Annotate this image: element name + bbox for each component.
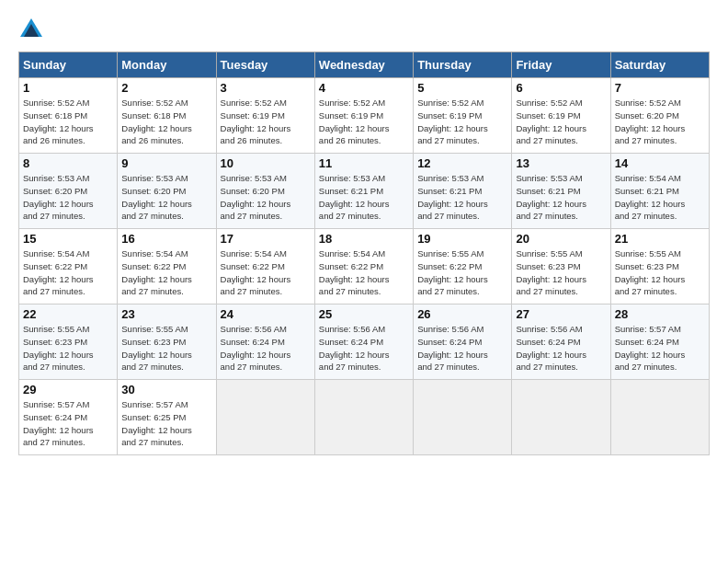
day-info: Sunrise: 5:53 AMSunset: 6:21 PMDaylight:… bbox=[417, 172, 507, 223]
calendar-week-row: 29Sunrise: 5:57 AMSunset: 6:24 PMDayligh… bbox=[19, 380, 710, 455]
day-number: 23 bbox=[121, 307, 211, 321]
calendar-header-tuesday: Tuesday bbox=[216, 52, 314, 78]
day-info: Sunrise: 5:55 AMSunset: 6:23 PMDaylight:… bbox=[516, 247, 606, 298]
day-number: 3 bbox=[221, 81, 311, 95]
calendar-cell: 13Sunrise: 5:53 AMSunset: 6:21 PMDayligh… bbox=[512, 154, 610, 229]
calendar-cell: 29Sunrise: 5:57 AMSunset: 6:24 PMDayligh… bbox=[19, 380, 118, 455]
calendar-cell: 1Sunrise: 5:52 AMSunset: 6:18 PMDaylight… bbox=[19, 78, 118, 154]
calendar-cell: 10Sunrise: 5:53 AMSunset: 6:20 PMDayligh… bbox=[216, 154, 314, 229]
calendar-header-thursday: Thursday bbox=[414, 52, 512, 78]
day-info: Sunrise: 5:53 AMSunset: 6:20 PMDaylight:… bbox=[23, 172, 113, 223]
day-info: Sunrise: 5:57 AMSunset: 6:25 PMDaylight:… bbox=[121, 398, 211, 449]
day-info: Sunrise: 5:55 AMSunset: 6:23 PMDaylight:… bbox=[615, 247, 705, 298]
calendar-cell bbox=[512, 380, 610, 455]
calendar-cell: 18Sunrise: 5:54 AMSunset: 6:22 PMDayligh… bbox=[314, 229, 413, 304]
calendar-cell: 3Sunrise: 5:52 AMSunset: 6:19 PMDaylight… bbox=[216, 78, 314, 154]
day-info: Sunrise: 5:57 AMSunset: 6:24 PMDaylight:… bbox=[615, 323, 705, 373]
day-number: 12 bbox=[417, 156, 507, 170]
day-number: 9 bbox=[121, 156, 211, 170]
header bbox=[18, 17, 710, 42]
day-number: 24 bbox=[221, 307, 311, 321]
calendar-header-monday: Monday bbox=[118, 52, 216, 78]
day-number: 22 bbox=[23, 307, 113, 321]
calendar-cell: 16Sunrise: 5:54 AMSunset: 6:22 PMDayligh… bbox=[118, 229, 216, 304]
calendar-cell: 17Sunrise: 5:54 AMSunset: 6:22 PMDayligh… bbox=[216, 229, 314, 304]
logo-icon bbox=[18, 17, 44, 42]
day-info: Sunrise: 5:57 AMSunset: 6:24 PMDaylight:… bbox=[23, 398, 113, 449]
day-number: 1 bbox=[23, 81, 113, 95]
calendar-cell bbox=[314, 380, 413, 455]
calendar-header-wednesday: Wednesday bbox=[314, 52, 413, 78]
calendar-cell: 27Sunrise: 5:56 AMSunset: 6:24 PMDayligh… bbox=[512, 304, 610, 380]
page: SundayMondayTuesdayWednesdayThursdayFrid… bbox=[0, 0, 728, 465]
day-info: Sunrise: 5:55 AMSunset: 6:23 PMDaylight:… bbox=[23, 323, 113, 373]
day-info: Sunrise: 5:53 AMSunset: 6:20 PMDaylight:… bbox=[221, 172, 311, 223]
day-number: 28 bbox=[615, 307, 705, 321]
calendar-week-row: 22Sunrise: 5:55 AMSunset: 6:23 PMDayligh… bbox=[19, 304, 710, 380]
day-number: 30 bbox=[121, 383, 211, 396]
day-info: Sunrise: 5:52 AMSunset: 6:19 PMDaylight:… bbox=[417, 97, 507, 147]
day-info: Sunrise: 5:52 AMSunset: 6:19 PMDaylight:… bbox=[516, 97, 606, 147]
day-info: Sunrise: 5:56 AMSunset: 6:24 PMDaylight:… bbox=[516, 323, 606, 373]
calendar-cell bbox=[610, 380, 709, 455]
day-info: Sunrise: 5:53 AMSunset: 6:21 PMDaylight:… bbox=[516, 172, 606, 223]
calendar-cell: 7Sunrise: 5:52 AMSunset: 6:20 PMDaylight… bbox=[610, 78, 709, 154]
calendar-cell: 15Sunrise: 5:54 AMSunset: 6:22 PMDayligh… bbox=[19, 229, 118, 304]
day-info: Sunrise: 5:54 AMSunset: 6:22 PMDaylight:… bbox=[319, 247, 409, 298]
day-number: 11 bbox=[319, 156, 409, 170]
calendar-header-friday: Friday bbox=[512, 52, 610, 78]
day-number: 29 bbox=[23, 383, 113, 396]
calendar-cell: 23Sunrise: 5:55 AMSunset: 6:23 PMDayligh… bbox=[118, 304, 216, 380]
calendar-week-row: 15Sunrise: 5:54 AMSunset: 6:22 PMDayligh… bbox=[19, 229, 710, 304]
calendar-cell: 22Sunrise: 5:55 AMSunset: 6:23 PMDayligh… bbox=[19, 304, 118, 380]
day-info: Sunrise: 5:54 AMSunset: 6:22 PMDaylight:… bbox=[121, 247, 211, 298]
day-info: Sunrise: 5:56 AMSunset: 6:24 PMDaylight:… bbox=[417, 323, 507, 373]
day-info: Sunrise: 5:56 AMSunset: 6:24 PMDaylight:… bbox=[221, 323, 311, 373]
day-number: 2 bbox=[121, 81, 211, 95]
day-number: 13 bbox=[516, 156, 606, 170]
calendar-cell: 5Sunrise: 5:52 AMSunset: 6:19 PMDaylight… bbox=[414, 78, 512, 154]
day-number: 27 bbox=[516, 307, 606, 321]
calendar-cell: 26Sunrise: 5:56 AMSunset: 6:24 PMDayligh… bbox=[414, 304, 512, 380]
day-info: Sunrise: 5:55 AMSunset: 6:22 PMDaylight:… bbox=[417, 247, 507, 298]
calendar-table: SundayMondayTuesdayWednesdayThursdayFrid… bbox=[18, 52, 710, 455]
calendar-cell: 12Sunrise: 5:53 AMSunset: 6:21 PMDayligh… bbox=[414, 154, 512, 229]
logo bbox=[18, 17, 48, 42]
day-number: 4 bbox=[319, 81, 409, 95]
day-number: 26 bbox=[417, 307, 507, 321]
day-number: 5 bbox=[417, 81, 507, 95]
day-info: Sunrise: 5:52 AMSunset: 6:18 PMDaylight:… bbox=[23, 97, 113, 147]
calendar-week-row: 1Sunrise: 5:52 AMSunset: 6:18 PMDaylight… bbox=[19, 78, 710, 154]
day-number: 16 bbox=[121, 232, 211, 246]
calendar-cell: 21Sunrise: 5:55 AMSunset: 6:23 PMDayligh… bbox=[610, 229, 709, 304]
day-info: Sunrise: 5:54 AMSunset: 6:21 PMDaylight:… bbox=[615, 172, 705, 223]
calendar-cell: 30Sunrise: 5:57 AMSunset: 6:25 PMDayligh… bbox=[118, 380, 216, 455]
calendar-cell: 8Sunrise: 5:53 AMSunset: 6:20 PMDaylight… bbox=[19, 154, 118, 229]
calendar-header-row: SundayMondayTuesdayWednesdayThursdayFrid… bbox=[19, 52, 710, 78]
calendar-cell: 4Sunrise: 5:52 AMSunset: 6:19 PMDaylight… bbox=[314, 78, 413, 154]
day-info: Sunrise: 5:53 AMSunset: 6:20 PMDaylight:… bbox=[121, 172, 211, 223]
day-info: Sunrise: 5:53 AMSunset: 6:21 PMDaylight:… bbox=[319, 172, 409, 223]
day-info: Sunrise: 5:56 AMSunset: 6:24 PMDaylight:… bbox=[319, 323, 409, 373]
day-number: 14 bbox=[615, 156, 705, 170]
day-number: 18 bbox=[319, 232, 409, 246]
day-number: 7 bbox=[615, 81, 705, 95]
calendar-cell: 6Sunrise: 5:52 AMSunset: 6:19 PMDaylight… bbox=[512, 78, 610, 154]
calendar-cell: 11Sunrise: 5:53 AMSunset: 6:21 PMDayligh… bbox=[314, 154, 413, 229]
calendar-cell: 24Sunrise: 5:56 AMSunset: 6:24 PMDayligh… bbox=[216, 304, 314, 380]
day-number: 15 bbox=[23, 232, 113, 246]
calendar-cell: 20Sunrise: 5:55 AMSunset: 6:23 PMDayligh… bbox=[512, 229, 610, 304]
day-number: 21 bbox=[615, 232, 705, 246]
calendar-week-row: 8Sunrise: 5:53 AMSunset: 6:20 PMDaylight… bbox=[19, 154, 710, 229]
day-number: 6 bbox=[516, 81, 606, 95]
day-number: 25 bbox=[319, 307, 409, 321]
day-info: Sunrise: 5:54 AMSunset: 6:22 PMDaylight:… bbox=[221, 247, 311, 298]
day-number: 17 bbox=[221, 232, 311, 246]
day-info: Sunrise: 5:52 AMSunset: 6:18 PMDaylight:… bbox=[121, 97, 211, 147]
calendar-cell: 9Sunrise: 5:53 AMSunset: 6:20 PMDaylight… bbox=[118, 154, 216, 229]
calendar-header-saturday: Saturday bbox=[610, 52, 709, 78]
day-info: Sunrise: 5:52 AMSunset: 6:19 PMDaylight:… bbox=[319, 97, 409, 147]
day-info: Sunrise: 5:54 AMSunset: 6:22 PMDaylight:… bbox=[23, 247, 113, 298]
day-number: 10 bbox=[221, 156, 311, 170]
calendar-cell: 19Sunrise: 5:55 AMSunset: 6:22 PMDayligh… bbox=[414, 229, 512, 304]
